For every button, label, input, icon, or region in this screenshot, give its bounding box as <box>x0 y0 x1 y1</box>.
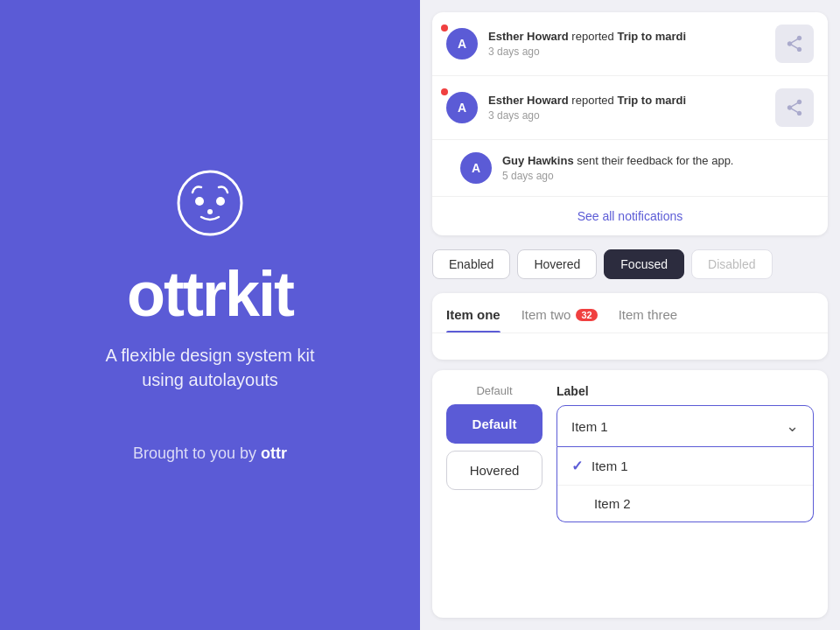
dropdown-select-wrapper: Item 1 ⌄ ✓ Item 1 Item 2 <box>556 405 814 522</box>
dropdown-left: Default Default Hovered <box>446 384 542 490</box>
left-panel: ottrkit A flexible design system kitusin… <box>0 0 420 630</box>
brand-logo <box>175 168 245 238</box>
tabs-card: Item one Item two 32 Item three <box>432 293 828 360</box>
check-icon: ✓ <box>571 458 583 474</box>
notification-item-3[interactable]: A Guy Hawkins sent their feedback for th… <box>432 140 828 196</box>
tab-item-one[interactable]: Item one <box>446 293 500 332</box>
notif-content-2: Esther Howard reported Trip to mardi 3 d… <box>488 94 765 122</box>
tab-item-two[interactable]: Item two 32 <box>522 293 598 332</box>
avatar-1: A <box>446 28 478 60</box>
svg-point-1 <box>195 197 204 206</box>
tabs-content <box>432 333 828 360</box>
notification-item-1[interactable]: A Esther Howard reported Trip to mardi 3… <box>432 12 828 76</box>
option-label-1: Item 1 <box>592 458 628 473</box>
svg-point-2 <box>216 197 225 206</box>
brand-name: ottrkit <box>127 262 293 326</box>
dropdown-row: Default Default Hovered Label Item 1 ⌄ ✓… <box>446 384 814 522</box>
default-state-label: Default <box>446 384 542 397</box>
svg-point-0 <box>178 172 242 234</box>
tab-item-three[interactable]: Item three <box>619 293 678 332</box>
dropdown-right: Label Item 1 ⌄ ✓ Item 1 Item 2 <box>556 384 814 522</box>
hovered-button[interactable]: Hovered <box>517 249 597 279</box>
dropdown-options: ✓ Item 1 Item 2 <box>556 447 814 522</box>
avatar-2: A <box>446 92 478 123</box>
notif-time-3: 5 days ago <box>502 170 814 182</box>
tagline: A flexible design system kitusing autola… <box>106 343 315 392</box>
see-all-button[interactable]: See all notifications <box>432 196 828 235</box>
disabled-button: Disabled <box>691 249 772 279</box>
tab-badge: 32 <box>576 309 597 321</box>
option-label-2: Item 2 <box>594 496 631 511</box>
share-icon <box>785 34 804 53</box>
notif-text-1: Esther Howard reported Trip to mardi <box>488 30 765 45</box>
notif-content-3: Guy Hawkins sent their feedback for the … <box>502 154 814 183</box>
default-button[interactable]: Default <box>446 404 542 444</box>
brought-by: Brought to you by ottr <box>133 444 287 463</box>
notif-thumbnail-2 <box>775 88 814 127</box>
enabled-button[interactable]: Enabled <box>432 249 510 279</box>
notif-text-2: Esther Howard reported Trip to mardi <box>488 94 765 108</box>
notif-thumbnail-1 <box>775 24 814 63</box>
notif-time-1: 3 days ago <box>488 46 765 58</box>
dropdown-section: Default Default Hovered Label Item 1 ⌄ ✓… <box>432 370 828 618</box>
notification-item-2[interactable]: A Esther Howard reported Trip to mardi 3… <box>432 76 828 140</box>
notification-card: A Esther Howard reported Trip to mardi 3… <box>432 12 828 235</box>
state-buttons-row: Enabled Hovered Focused Disabled <box>432 246 828 283</box>
dropdown-option-2[interactable]: Item 2 <box>557 486 813 522</box>
dropdown-option-1[interactable]: ✓ Item 1 <box>557 447 813 486</box>
tabs-bar: Item one Item two 32 Item three <box>432 293 828 332</box>
right-panel: A Esther Howard reported Trip to mardi 3… <box>420 0 840 630</box>
avatar-3: A <box>460 152 492 184</box>
hovered-button-2[interactable]: Hovered <box>446 451 542 490</box>
dropdown-select-display[interactable]: Item 1 ⌄ <box>556 405 814 447</box>
chevron-down-icon: ⌄ <box>786 416 799 436</box>
notif-text-3: Guy Hawkins sent their feedback for the … <box>502 154 814 169</box>
dropdown-selected-value: Item 1 <box>571 419 608 434</box>
focused-button[interactable]: Focused <box>604 249 684 279</box>
notif-content-1: Esther Howard reported Trip to mardi 3 d… <box>488 30 765 59</box>
svg-point-3 <box>207 209 213 214</box>
unread-dot-2 <box>441 88 448 95</box>
notif-time-2: 3 days ago <box>488 109 765 122</box>
dropdown-field-label: Label <box>556 384 814 398</box>
logo-container <box>175 168 245 242</box>
unread-dot-1 <box>441 24 448 32</box>
share-icon-2 <box>785 98 804 117</box>
